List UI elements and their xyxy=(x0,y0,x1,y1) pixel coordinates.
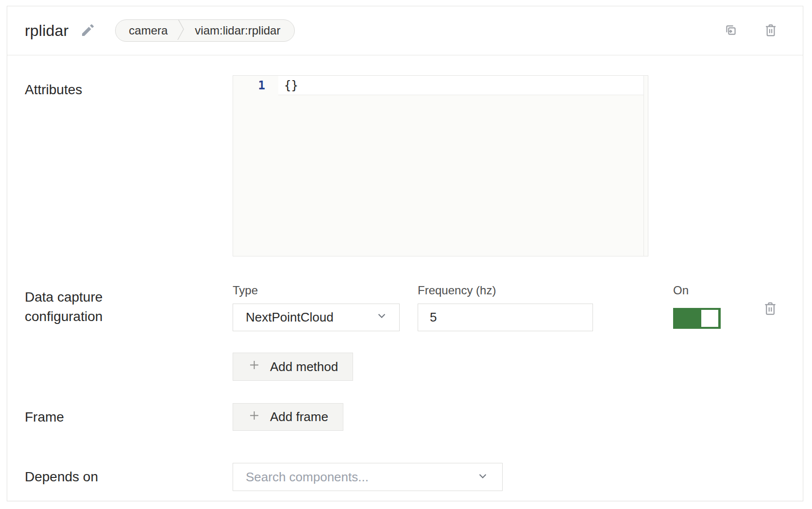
editor-line-number-gutter: 1 xyxy=(233,76,278,256)
frame-label: Frame xyxy=(25,407,233,427)
attributes-json-editor[interactable]: 1 {} xyxy=(233,75,648,256)
pencil-icon xyxy=(80,22,96,39)
data-capture-label: Data capture configuration xyxy=(25,284,170,326)
component-header: rplidar camera viam:lidar:rplidar xyxy=(7,6,803,55)
duplicate-icon xyxy=(723,22,739,39)
editor-scrollbar[interactable] xyxy=(643,76,648,256)
capture-frequency-input[interactable] xyxy=(418,304,593,331)
component-config-card: rplidar camera viam:lidar:rplidar xyxy=(7,6,803,501)
chevron-down-icon xyxy=(375,309,389,326)
component-name: rplidar xyxy=(25,22,68,40)
data-capture-method-row: Type NextPointCloud Frequency (hz) xyxy=(233,284,778,331)
data-capture-row: Data capture configuration Type NextPoin… xyxy=(25,284,778,331)
chevron-down-icon xyxy=(476,469,490,485)
add-frame-button[interactable]: Add frame xyxy=(233,403,343,431)
badge-chevron-divider xyxy=(177,19,185,42)
data-capture-toggle[interactable] xyxy=(673,308,721,329)
capture-type-value: NextPointCloud xyxy=(246,310,334,325)
depends-on-label: Depends on xyxy=(25,467,233,487)
editor-content[interactable]: {} xyxy=(278,76,648,256)
attributes-label: Attributes xyxy=(25,75,233,100)
attributes-row: Attributes 1 {} xyxy=(25,75,778,256)
badge-model: viam:lidar:rplidar xyxy=(185,24,294,37)
capture-type-group: Type NextPointCloud xyxy=(233,284,400,331)
depends-on-select[interactable] xyxy=(233,463,503,491)
capture-type-select[interactable]: NextPointCloud xyxy=(233,304,400,331)
add-frame-label: Add frame xyxy=(270,409,328,424)
plus-icon xyxy=(248,358,261,375)
capture-toggle-group: On xyxy=(673,284,721,329)
trash-icon xyxy=(763,22,778,39)
trash-icon xyxy=(762,300,778,318)
add-method-button[interactable]: Add method xyxy=(233,353,353,381)
header-actions xyxy=(723,22,778,39)
depends-on-search-input[interactable] xyxy=(237,470,476,485)
component-config-body: Attributes 1 {} Data capture configurati… xyxy=(7,55,803,491)
capture-type-label: Type xyxy=(233,284,400,297)
add-method-row: Add method xyxy=(25,353,778,381)
delete-capture-method-button[interactable] xyxy=(762,300,778,318)
frame-row: Frame Add frame xyxy=(25,403,778,431)
depends-on-row: Depends on xyxy=(25,463,778,491)
add-method-label: Add method xyxy=(270,359,338,374)
delete-component-button[interactable] xyxy=(763,22,778,39)
plus-icon xyxy=(248,409,261,425)
editor-active-line[interactable]: {} xyxy=(278,76,648,95)
rename-button[interactable] xyxy=(80,22,96,39)
capture-frequency-group: Frequency (hz) xyxy=(418,284,593,331)
capture-toggle-label: On xyxy=(673,284,721,297)
component-type-badge: camera viam:lidar:rplidar xyxy=(115,19,295,42)
editor-line-number: 1 xyxy=(233,76,278,95)
badge-subtype: camera xyxy=(116,24,177,37)
toggle-knob xyxy=(701,310,718,327)
capture-frequency-label: Frequency (hz) xyxy=(418,284,593,297)
duplicate-component-button[interactable] xyxy=(723,22,739,39)
